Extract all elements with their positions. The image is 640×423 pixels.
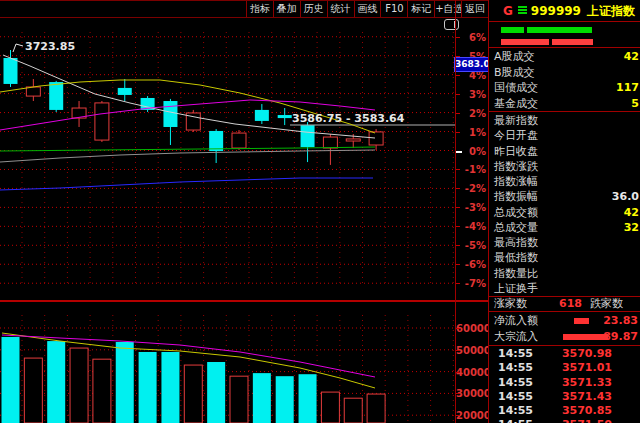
index-row: 指数涨跌	[489, 159, 640, 174]
percent-axis-label: 1%	[456, 127, 486, 138]
stock-name: 上证指数	[587, 4, 635, 18]
index-row: 最新指数	[489, 113, 640, 128]
tick-list[interactable]: 14:553570.9814:553571.0114:553571.3314:5…	[489, 347, 640, 423]
toolbar-button-F10[interactable]: F10	[380, 1, 407, 17]
tick-row: 14:553571.43	[489, 390, 640, 404]
volume-axis-label: 40000	[456, 367, 486, 378]
percent-axis-label: -6%	[456, 259, 486, 270]
index-row: 上证换手	[489, 281, 640, 296]
toolbar-button-统计[interactable]: 统计	[327, 1, 354, 17]
toolbar-button-指标[interactable]: 指标	[246, 1, 273, 17]
peak-annotation: 3723.85	[25, 40, 75, 53]
tick-row: 14:553571.01	[489, 361, 640, 375]
percent-axis-label: -1%	[456, 164, 486, 175]
percent-axis-label: -4%	[456, 221, 486, 232]
chart-divider	[0, 300, 489, 302]
info-panel: G999999上证指数 A股成交42B股成交国债成交117基金成交5 最新指数今…	[488, 0, 640, 423]
index-row: 最高指数	[489, 235, 640, 250]
panel-separator	[489, 345, 640, 346]
summary-row: 国债成交117	[489, 80, 640, 96]
flow-row: 大宗流入89.87	[489, 329, 640, 345]
toolbar-button-返回[interactable]: 返回	[461, 1, 489, 17]
market-breadth: 涨家数 618 跌家数	[489, 297, 640, 310]
stock-header: G999999上证指数	[489, 1, 640, 19]
percent-axis-label: 3%	[456, 89, 486, 100]
flow-bar	[574, 318, 589, 324]
toolbar-button-+自选[interactable]: +自选	[434, 1, 461, 17]
money-flow-rows: 净流入额23.83大宗流入89.87	[489, 313, 640, 345]
panel-separator	[489, 21, 640, 22]
panel-separator	[489, 311, 640, 312]
tick-row: 14:553570.85	[489, 404, 640, 418]
toolbar-button-历史[interactable]: 历史	[300, 1, 327, 17]
tick-row: 14:553571.50	[489, 418, 640, 423]
price-marker-badge: 3683.0	[454, 57, 489, 72]
index-row: 总成交量32	[489, 220, 640, 235]
volume-axis-label: 50000	[456, 345, 486, 356]
summary-row: 基金成交5	[489, 96, 640, 112]
panel-separator	[489, 111, 640, 112]
volume-axis: 6000050000400003000020000	[456, 302, 488, 423]
index-row: 总成交额42	[489, 205, 640, 220]
tick-row: 14:553570.98	[489, 347, 640, 361]
advancers-label: 涨家数	[494, 297, 527, 310]
toolbar-button-叠加[interactable]: 叠加	[273, 1, 300, 17]
volume-axis-label: 20000	[456, 410, 486, 421]
summary-row: B股成交	[489, 65, 640, 81]
volume-axis-label: 30000	[456, 388, 486, 399]
list-icon	[518, 6, 527, 15]
index-row: 最低指数	[489, 250, 640, 265]
stock-code: 999999	[531, 4, 581, 18]
flow-bar	[563, 334, 608, 340]
index-quote-table: 最新指数今日开盘昨日收盘指数涨跌指数涨幅指数振幅36.0总成交额42总成交量32…	[489, 113, 640, 296]
index-row: 今日开盘	[489, 128, 640, 143]
panel-separator	[489, 47, 640, 48]
decliners-label: 跌家数	[590, 297, 623, 310]
toolbar-buttons: 指标叠加历史统计画线F10标记+自选返回	[246, 1, 489, 17]
percent-axis-label: -7%	[456, 278, 486, 289]
flow-row: 净流入额23.83	[489, 313, 640, 329]
percent-axis-label: -2%	[456, 183, 486, 194]
tick-row: 14:553571.33	[489, 376, 640, 390]
axis-border-line	[455, 0, 456, 423]
toolbar-button-标记[interactable]: 标记	[407, 1, 434, 17]
app-window: 指标叠加历史统计画线F10标记+自选返回 3723.853586.75 - 35…	[0, 0, 640, 423]
percent-axis-label: 6%	[456, 32, 486, 43]
index-row: 昨日收盘	[489, 144, 640, 159]
index-row: 指数涨幅	[489, 174, 640, 189]
turnover-summary: A股成交42B股成交国债成交117基金成交5	[489, 49, 640, 111]
volume-axis-label: 60000	[456, 323, 486, 334]
toolbar-button-画线[interactable]: 画线	[354, 1, 381, 17]
index-row: 指数量比	[489, 266, 640, 281]
index-row: 指数振幅36.0	[489, 189, 640, 204]
level-annotation: 3586.75 - 3583.64	[292, 112, 405, 125]
summary-row: A股成交42	[489, 49, 640, 65]
candlestick-chart[interactable]: 3723.853586.75 - 3583.64	[0, 18, 456, 423]
advancers-count: 618	[527, 297, 582, 310]
percent-axis-label: -3%	[456, 202, 486, 213]
percent-axis-label: -5%	[456, 240, 486, 251]
g-flag: G	[503, 4, 513, 18]
percent-axis-label: 2%	[456, 108, 486, 119]
